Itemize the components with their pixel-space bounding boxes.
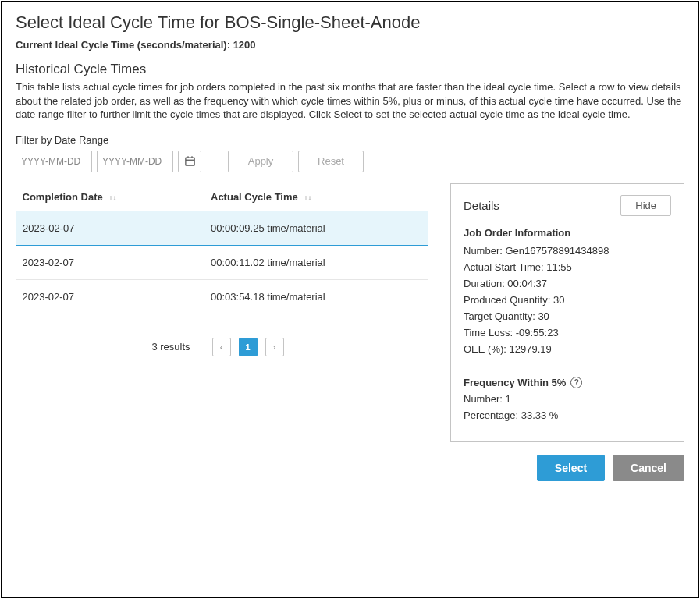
page-prev-button[interactable]: ‹ bbox=[212, 338, 231, 356]
cell-date: 2023-02-07 bbox=[16, 211, 205, 245]
reset-button[interactable]: Reset bbox=[298, 151, 364, 172]
detail-time-loss: Time Loss: -09:55:23 bbox=[464, 327, 671, 338]
historical-heading: Historical Cycle Times bbox=[16, 62, 684, 77]
detail-target-qty: Target Quantity: 30 bbox=[464, 310, 671, 322]
page-1-button[interactable]: 1 bbox=[239, 338, 258, 356]
hide-button[interactable]: Hide bbox=[620, 195, 671, 216]
cycle-time-table: Completion Date ↑↓ Actual Cycle Time ↑↓ … bbox=[16, 183, 428, 314]
current-cycle-time-label: Current Ideal Cycle Time (seconds/materi… bbox=[16, 39, 684, 51]
col-completion-date-label: Completion Date bbox=[23, 191, 103, 203]
table-row[interactable]: 2023-02-07 00:03:54.18 time/material bbox=[16, 279, 429, 314]
cell-date: 2023-02-07 bbox=[16, 279, 205, 314]
info-icon[interactable]: ? bbox=[570, 377, 582, 388]
date-from-input[interactable] bbox=[16, 151, 92, 172]
dialog-footer: Select Cancel bbox=[16, 455, 684, 481]
sort-icon: ↑↓ bbox=[108, 193, 116, 202]
cell-cycle: 00:00:09.25 time/material bbox=[204, 211, 428, 245]
calendar-button[interactable] bbox=[178, 151, 201, 172]
svg-rect-0 bbox=[185, 158, 194, 165]
col-actual-cycle-time-label: Actual Cycle Time bbox=[211, 191, 298, 203]
frequency-head-label: Frequency Within 5% bbox=[464, 377, 566, 388]
col-completion-date[interactable]: Completion Date ↑↓ bbox=[16, 183, 205, 211]
cell-date: 2023-02-07 bbox=[16, 245, 205, 279]
chevron-right-icon: › bbox=[273, 342, 276, 352]
sort-icon: ↑↓ bbox=[304, 193, 311, 202]
cell-cycle: 00:03:54.18 time/material bbox=[204, 279, 428, 314]
apply-button[interactable]: Apply bbox=[228, 151, 293, 172]
cycle-time-table-wrap: Completion Date ↑↓ Actual Cycle Time ↑↓ … bbox=[16, 183, 428, 356]
content-row: Completion Date ↑↓ Actual Cycle Time ↑↓ … bbox=[16, 183, 684, 442]
filter-row: Apply Reset bbox=[16, 151, 684, 172]
frequency-percentage: Percentage: 33.33 % bbox=[464, 409, 671, 421]
col-actual-cycle-time[interactable]: Actual Cycle Time ↑↓ bbox=[204, 183, 428, 211]
page-next-button[interactable]: › bbox=[265, 338, 284, 356]
cancel-button[interactable]: Cancel bbox=[613, 455, 684, 481]
description-text: This table lists actual cycle times for … bbox=[16, 80, 684, 122]
detail-start-time: Actual Start Time: 11:55 bbox=[464, 261, 671, 273]
detail-duration: Duration: 00:04:37 bbox=[464, 278, 671, 289]
frequency-number: Number: 1 bbox=[464, 393, 671, 405]
detail-number: Number: Gen167578891434898 bbox=[464, 245, 671, 257]
table-row[interactable]: 2023-02-07 00:00:11.02 time/material bbox=[16, 245, 429, 279]
table-row[interactable]: 2023-02-07 00:00:09.25 time/material bbox=[16, 211, 429, 245]
chevron-left-icon: ‹ bbox=[220, 342, 223, 352]
details-panel: Details Hide Job Order Information Numbe… bbox=[450, 183, 684, 442]
results-count: 3 results bbox=[151, 341, 190, 353]
pager: 3 results ‹ 1 › bbox=[16, 314, 420, 356]
details-title: Details bbox=[464, 199, 499, 212]
detail-produced-qty: Produced Quantity: 30 bbox=[464, 294, 671, 306]
cell-cycle: 00:00:11.02 time/material bbox=[204, 245, 428, 279]
select-cycle-time-dialog: Select Ideal Cycle Time for BOS-Single-S… bbox=[1, 1, 699, 598]
frequency-head: Frequency Within 5% ? bbox=[464, 377, 671, 388]
select-button[interactable]: Select bbox=[537, 455, 605, 481]
date-to-input[interactable] bbox=[97, 151, 173, 172]
dialog-title: Select Ideal Cycle Time for BOS-Single-S… bbox=[16, 12, 684, 33]
detail-oee: OEE (%): 12979.19 bbox=[464, 343, 671, 355]
calendar-icon bbox=[184, 155, 196, 167]
job-order-info-head: Job Order Information bbox=[464, 227, 671, 239]
filter-label: Filter by Date Range bbox=[16, 134, 684, 146]
